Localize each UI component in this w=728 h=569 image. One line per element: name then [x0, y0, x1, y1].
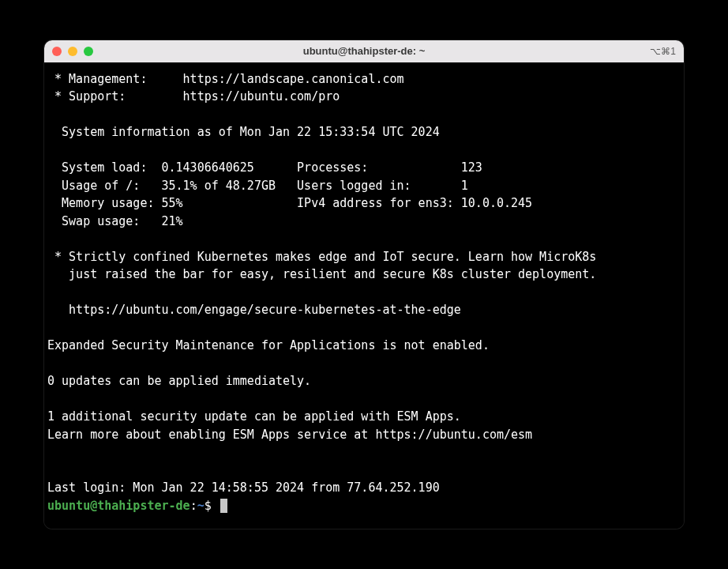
k8s-url: https://ubuntu.com/engage/secure-kuberne… [44, 301, 684, 319]
usage-label: Usage of /: [47, 179, 140, 193]
minimize-icon[interactable] [68, 47, 77, 56]
terminal-body[interactable]: * Management: https://landscape.canonica… [44, 62, 684, 529]
users-value: 1 [461, 179, 468, 193]
sysinfo-header: System information as of Mon Jan 22 15:3… [44, 123, 684, 141]
esm-update-1: 1 additional security update can be appl… [44, 408, 684, 426]
cursor-icon [220, 499, 227, 513]
blank-line [44, 230, 684, 248]
support-label: * Support: [47, 89, 126, 104]
users-label: Users logged in: [297, 179, 411, 193]
ipv4-value: 10.0.0.245 [461, 196, 532, 210]
terminal-window: ubuntu@thahipster-de: ~ ⌥⌘1 * Management… [44, 40, 684, 529]
updates-line: 0 updates can be applied immediately. [44, 372, 684, 390]
processes-label: Processes: [297, 160, 368, 175]
memory-value: 55% [162, 196, 183, 210]
close-icon[interactable] [52, 47, 62, 56]
usage-value: 35.1% of 48.27GB [162, 179, 276, 193]
stats-row-2: Usage of /: 35.1% of 48.27GB Users logge… [44, 177, 684, 195]
prompt-line[interactable]: ubuntu@thahipster-de:~$ [44, 497, 684, 515]
stats-row-3: Memory usage: 55% IPv4 address for ens3:… [44, 194, 684, 213]
management-label: * Management: [47, 72, 147, 86]
swap-label: Swap usage: [47, 214, 140, 228]
prompt-separator: : [190, 499, 197, 513]
management-url: https://landscape.canonical.com [183, 72, 404, 86]
prompt-path: ~ [197, 499, 205, 513]
blank-line [44, 106, 684, 124]
window-title: ubuntu@thahipster-de: ~ [303, 45, 426, 57]
system-load-value: 0.14306640625 [162, 160, 254, 175]
k8s-line1: * Strictly confined Kubernetes makes edg… [44, 248, 684, 266]
blank-line [44, 390, 684, 409]
prompt-user-host: ubuntu@thahipster-de [47, 499, 190, 513]
motd-support: * Support: https://ubuntu.com/pro [44, 88, 684, 106]
k8s-line2: just raised the bar for easy, resilient … [44, 266, 684, 284]
window-shortcut: ⌥⌘1 [650, 46, 676, 57]
blank-line [44, 462, 684, 480]
memory-label: Memory usage: [47, 196, 154, 210]
blank-line [44, 319, 684, 337]
prompt-dollar: $ [205, 499, 219, 513]
blank-line [44, 355, 684, 373]
traffic-lights [52, 47, 93, 56]
stats-row-1: System load: 0.14306640625 Processes: 12… [44, 159, 684, 177]
maximize-icon[interactable] [84, 47, 93, 56]
stats-row-4: Swap usage: 21% [44, 213, 684, 231]
esm-notice: Expanded Security Maintenance for Applic… [44, 337, 684, 355]
blank-line [44, 284, 684, 302]
system-load-label: System load: [47, 160, 147, 175]
swap-value: 21% [162, 214, 183, 228]
ipv4-label: IPv4 address for ens3: [297, 196, 454, 210]
support-url: https://ubuntu.com/pro [183, 89, 340, 104]
blank-line [44, 443, 684, 462]
processes-value: 123 [461, 160, 482, 175]
last-login: Last login: Mon Jan 22 14:58:55 2024 fro… [44, 479, 684, 497]
esm-update-2: Learn more about enabling ESM Apps servi… [44, 426, 684, 444]
motd-management: * Management: https://landscape.canonica… [44, 70, 684, 89]
blank-line [44, 141, 684, 160]
titlebar: ubuntu@thahipster-de: ~ ⌥⌘1 [44, 40, 684, 62]
